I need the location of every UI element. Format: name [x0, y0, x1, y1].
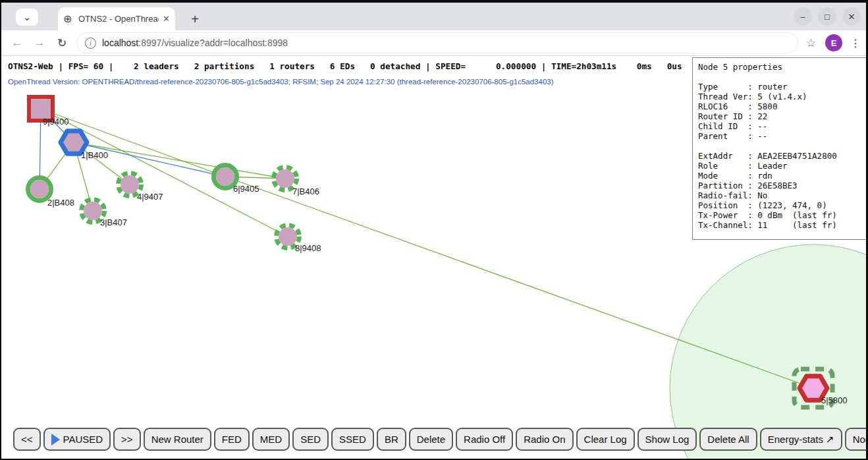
- toolbar-button-[interactable]: >>: [113, 428, 141, 451]
- forward-icon[interactable]: →: [33, 36, 46, 49]
- toolbar-button-fed[interactable]: FED: [214, 428, 250, 451]
- toolbar-button-label: BR: [385, 434, 398, 445]
- profile-avatar[interactable]: E: [825, 34, 842, 51]
- address-input[interactable]: i localhost:8997/visualize?addr=localhos…: [76, 32, 798, 53]
- node-7[interactable]: [276, 169, 294, 188]
- tab-strip: ⌄ ⊕ OTNS2 - OpenThread Ne ✕ + – □ ✕: [1, 3, 866, 30]
- node-6[interactable]: [216, 167, 234, 186]
- node-2[interactable]: [30, 180, 49, 198]
- url-text: localhost:8997/visualize?addr=localhost:…: [102, 38, 288, 48]
- url-path: :8997/visualize?addr=localhost:8998: [138, 38, 288, 48]
- toolbar-button-label: Radio Off: [464, 434, 505, 445]
- toolbar-button-med[interactable]: MED: [252, 428, 290, 451]
- otns-page: OTNS2-Web | FPS= 60 | 2 leaders 2 partit…: [1, 56, 866, 459]
- toolbar-button-paused[interactable]: PAUSED: [43, 428, 111, 451]
- toolbar-button-label: <<: [21, 434, 33, 445]
- toolbar-button-ssed[interactable]: SSED: [331, 428, 374, 451]
- toolbar-button-delete-all[interactable]: Delete All: [699, 428, 757, 451]
- toolbar-button-clear-log[interactable]: Clear Log: [576, 428, 635, 451]
- node-label-3: 3|B407: [100, 217, 127, 227]
- toolbar-button-label: PAUSED: [63, 434, 103, 445]
- minimize-button[interactable]: –: [794, 7, 812, 26]
- properties-title: Node 5 properties: [698, 62, 866, 72]
- node-label-8: 8|9408: [295, 243, 321, 253]
- node-label-2: 2|B408: [47, 198, 74, 208]
- url-host: localhost: [102, 38, 138, 48]
- toolbar-button-radio-on[interactable]: Radio On: [516, 428, 573, 451]
- close-button[interactable]: ✕: [842, 7, 861, 26]
- node-4[interactable]: [121, 175, 139, 194]
- toolbar-button-label: Energy-stats ↗: [768, 434, 834, 446]
- new-tab-button[interactable]: +: [186, 10, 204, 28]
- node-label-4: 4|9407: [137, 192, 163, 202]
- browser-window: ⌄ ⊕ OTNS2 - OpenThread Ne ✕ + – □ ✕ ← → …: [0, 0, 868, 460]
- node-3[interactable]: [84, 202, 102, 220]
- toolbar-button-[interactable]: <<: [13, 428, 41, 451]
- toolbar-button-br[interactable]: BR: [377, 428, 406, 451]
- toolbar-button-label: >>: [121, 434, 133, 445]
- toolbar-button-label: MED: [260, 434, 282, 445]
- toolbar-button-label: SSED: [339, 434, 366, 445]
- node-properties-panel: Node 5 properties Type : router Thread V…: [692, 57, 866, 240]
- bookmark-star-icon[interactable]: ☆: [806, 36, 816, 50]
- simulation-status-bar: OTNS2-Web | FPS= 60 | 2 leaders 2 partit…: [8, 61, 682, 71]
- node-8[interactable]: [279, 227, 297, 246]
- node-label-9: 9|9400: [43, 117, 69, 127]
- url-bar: ← → ↻ i localhost:8997/visualize?addr=lo…: [1, 30, 866, 56]
- props-body: Type : router Thread Ver: 5 (v1.4.x) RLO…: [698, 72, 866, 230]
- node-label-1: 1|B400: [81, 150, 108, 160]
- node-label-7: 7|B406: [292, 187, 319, 196]
- toolbar-button-label: SED: [300, 434, 321, 445]
- tab-search-button[interactable]: ⌄: [16, 9, 38, 26]
- maximize-button[interactable]: □: [818, 7, 836, 26]
- toolbar-button-radio-off[interactable]: Radio Off: [456, 428, 513, 451]
- window-controls: – □ ✕: [794, 7, 861, 26]
- play-icon: [51, 434, 60, 446]
- toolbar-button-label: Radio On: [524, 434, 565, 445]
- toolbar-button-label: Clear Log: [584, 434, 627, 445]
- toolbar-button-sed[interactable]: SED: [292, 428, 329, 451]
- link-1-7: [74, 142, 285, 179]
- toolbar-button-new-router[interactable]: New Router: [144, 428, 211, 451]
- toolbar-button-show-log[interactable]: Show Log: [637, 428, 697, 451]
- toolbar-button-node-stats[interactable]: Node-stats ↗: [845, 428, 866, 451]
- active-tab[interactable]: ⊕ OTNS2 - OpenThread Ne ✕: [58, 7, 175, 30]
- browser-menu-icon[interactable]: ⋮: [850, 37, 861, 49]
- tab-close-icon[interactable]: ✕: [163, 14, 170, 24]
- radio-range-circle: [670, 244, 866, 459]
- toolbar-button-label: Show Log: [645, 434, 690, 445]
- tab-title: OTNS2 - OpenThread Ne: [78, 14, 159, 24]
- bottom-toolbar: <<PAUSED>>New RouterFEDMEDSEDSSEDBRDelet…: [13, 428, 866, 451]
- node-label-6: 6|9405: [233, 184, 259, 194]
- toolbar-button-label: Delete All: [707, 434, 749, 445]
- toolbar-button-label: FED: [222, 434, 242, 445]
- window-body: ⌄ ⊕ OTNS2 - OpenThread Ne ✕ + – □ ✕ ← → …: [1, 3, 866, 459]
- toolbar-button-label: New Router: [151, 434, 203, 445]
- reload-icon[interactable]: ↻: [55, 36, 68, 50]
- node-label-5: 5|5800: [821, 395, 848, 405]
- toolbar-button-energy-stats[interactable]: Energy-stats ↗: [760, 428, 842, 451]
- back-icon[interactable]: ←: [11, 36, 24, 49]
- site-info-icon[interactable]: i: [85, 38, 96, 49]
- toolbar-button-label: Node-stats ↗: [853, 434, 866, 446]
- globe-favicon-icon: ⊕: [63, 14, 74, 24]
- toolbar-button-delete[interactable]: Delete: [409, 428, 453, 451]
- toolbar-button-label: Delete: [417, 434, 445, 445]
- openthread-version-text: OpenThread Version: OPENTHREAD/thread-re…: [8, 78, 554, 86]
